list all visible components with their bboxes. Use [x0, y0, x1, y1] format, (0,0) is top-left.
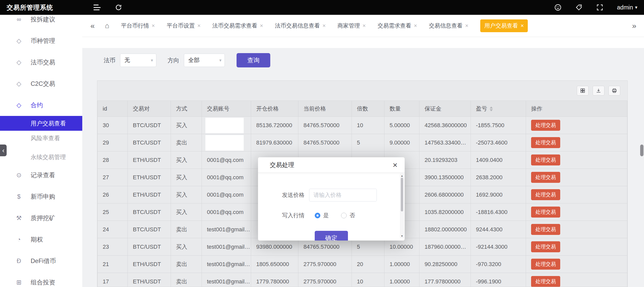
- sidebar-item-icon: ◇: [15, 102, 23, 109]
- handle-trade-button[interactable]: 处理交易: [531, 241, 560, 252]
- tag-icon[interactable]: [575, 4, 583, 11]
- header-open-price: 开仓价格: [251, 101, 298, 117]
- fullscreen-icon[interactable]: [596, 4, 604, 11]
- query-button[interactable]: 查询: [237, 53, 270, 67]
- cell-margin: 177.97800000: [419, 273, 471, 287]
- handle-trade-button[interactable]: 处理交易: [531, 137, 560, 148]
- cell-id: 26: [98, 186, 128, 204]
- tab-bar: « ⌂ 平台币行情 × 平台币设置 × 法币交易需求查看 × 法币交易信息查看 …: [82, 15, 644, 37]
- cell-actions: 处理交易: [526, 256, 627, 273]
- sidebar-item[interactable]: ◇ C2C交易: [0, 73, 82, 94]
- radio-no[interactable]: 否: [341, 212, 355, 219]
- close-icon[interactable]: ×: [152, 23, 155, 29]
- sidebar-item[interactable]: 用户交易查看: [0, 116, 82, 131]
- home-icon[interactable]: ⌂: [105, 22, 109, 29]
- cell-pnl: 2638.2000: [471, 169, 526, 186]
- cell-side: 买入: [171, 169, 202, 186]
- sidebar-item[interactable]: $ 新币申购: [0, 186, 82, 207]
- handle-trade-button[interactable]: 处理交易: [531, 259, 560, 270]
- tab-label: 法币交易需求查看: [212, 22, 257, 30]
- radio-unselected-icon[interactable]: [341, 213, 347, 218]
- tab[interactable]: 交易信息查看 ×: [429, 22, 469, 30]
- cell-id: 17: [98, 273, 128, 287]
- sidebar-item-label: DeFi借币: [31, 257, 56, 265]
- refresh-icon[interactable]: [115, 4, 122, 11]
- close-icon[interactable]: ×: [197, 23, 201, 29]
- close-icon[interactable]: ×: [521, 23, 524, 29]
- handle-trade-button[interactable]: 处理交易: [531, 172, 560, 183]
- tabs-scroll-right-icon[interactable]: »: [628, 22, 636, 30]
- cell-id: 28: [98, 151, 128, 169]
- radio-yes[interactable]: 是: [315, 212, 329, 219]
- scroll-up-icon[interactable]: ▴: [400, 174, 404, 177]
- cell-leverage: 10: [352, 273, 384, 287]
- sidebar-item[interactable]: ◇ 合约: [0, 94, 82, 116]
- tab-label: 平台币行情: [121, 22, 149, 30]
- tabs-scroll-left-icon[interactable]: «: [90, 22, 95, 30]
- cell-quantity: 10.00000: [384, 238, 419, 256]
- cell-account: 0001@qq.com: [202, 204, 251, 221]
- radio-selected-icon[interactable]: [315, 213, 320, 218]
- handle-trade-button[interactable]: 处理交易: [531, 207, 560, 218]
- price-input[interactable]: [309, 189, 377, 201]
- close-icon[interactable]: ×: [465, 23, 469, 29]
- side-select[interactable]: 全部 ▾: [184, 54, 225, 67]
- confirm-button[interactable]: 确定: [315, 231, 348, 241]
- handle-trade-button[interactable]: 处理交易: [531, 189, 560, 200]
- cell-side: 买入: [171, 204, 202, 221]
- sort-asc-icon[interactable]: [490, 106, 493, 109]
- table-toolbar: [97, 81, 627, 101]
- cell-open-price: 93980.000000: [251, 238, 298, 256]
- sidebar-item[interactable]: ◔ 期权: [0, 229, 82, 250]
- cell-actions: 处理交易: [526, 221, 627, 238]
- sidebar-item[interactable]: Ð DeFi借币: [0, 250, 82, 272]
- scrollbar-thumb[interactable]: [401, 178, 403, 211]
- tab[interactable]: 商家管理 ×: [337, 22, 366, 30]
- sidebar-item[interactable]: ⊙ 记录查看: [0, 164, 82, 186]
- close-icon[interactable]: ×: [322, 23, 326, 29]
- sidebar-item-icon: Ð: [15, 257, 23, 265]
- tab[interactable]: 平台币设置 ×: [167, 22, 201, 30]
- sidebar-collapse-handle[interactable]: ‹: [0, 145, 7, 156]
- user-menu[interactable]: admin ▾: [617, 4, 637, 11]
- tab-label: 交易需求查看: [378, 22, 411, 30]
- cell-quantity: 5.00000: [384, 117, 419, 134]
- close-icon[interactable]: ×: [414, 23, 417, 29]
- handle-trade-button[interactable]: 处理交易: [531, 224, 560, 235]
- cell-current-price: 84765.570000: [298, 117, 352, 134]
- print-icon[interactable]: [608, 86, 620, 95]
- sort-desc-icon[interactable]: [490, 109, 493, 111]
- close-icon[interactable]: ×: [362, 23, 366, 29]
- trade-process-dialog: 交易处理 × 发送价格 写入行情 是 否 确定 ▴ ▾: [258, 157, 405, 241]
- fiat-select[interactable]: 无 ▾: [120, 54, 156, 67]
- sidebar-item[interactable]: ⊞ 组合投资: [0, 272, 82, 287]
- handle-trade-button[interactable]: 处理交易: [531, 154, 560, 165]
- export-download-icon[interactable]: [593, 86, 604, 95]
- tab[interactable]: 用户交易查看 ×: [480, 19, 528, 32]
- close-icon[interactable]: ×: [393, 161, 397, 169]
- cell-pair: BTC/USDT: [128, 117, 171, 134]
- tab[interactable]: 法币交易信息查看 ×: [275, 22, 326, 30]
- cell-margin: 187960.00000…: [419, 238, 471, 256]
- sidebar-item[interactable]: ∞ 投拆建议: [0, 15, 82, 30]
- sidebar-item[interactable]: 永续交易管理: [0, 150, 82, 164]
- scroll-down-icon[interactable]: ▾: [400, 234, 404, 238]
- close-icon[interactable]: ×: [260, 23, 263, 29]
- hamburger-menu-icon[interactable]: [93, 4, 101, 11]
- tab[interactable]: 交易需求查看 ×: [378, 22, 417, 30]
- face-circle-icon[interactable]: [554, 4, 562, 11]
- dialog-scrollbar[interactable]: ▴ ▾: [400, 174, 404, 238]
- handle-trade-button[interactable]: 处理交易: [531, 120, 560, 131]
- cell-id: 24: [98, 221, 128, 238]
- handle-trade-button[interactable]: 处理交易: [531, 276, 560, 287]
- sidebar-item[interactable]: ◇ 法币交易: [0, 52, 82, 73]
- page-scrollbar-thumb[interactable]: [640, 145, 643, 156]
- sidebar-item[interactable]: ◇ 币种管理: [0, 30, 82, 52]
- chevron-left-icon: ‹: [2, 147, 5, 154]
- columns-grid-icon[interactable]: [577, 86, 589, 95]
- sidebar-item[interactable]: ⚒ 质押挖矿: [0, 207, 82, 229]
- tab[interactable]: 平台币行情 ×: [121, 22, 155, 30]
- sidebar-item[interactable]: 风险率查看: [0, 131, 82, 146]
- sort-icons[interactable]: [490, 106, 493, 111]
- tab[interactable]: 法币交易需求查看 ×: [212, 22, 263, 30]
